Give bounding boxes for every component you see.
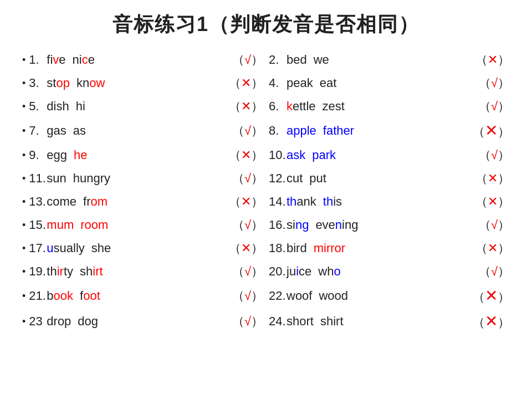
list-item: •19.thirtyshirt（√） — [22, 261, 263, 282]
bullet: • — [22, 290, 25, 302]
word1: thirty — [47, 264, 73, 279]
word1: gas — [47, 124, 66, 138]
list-item: 18.birdmirror（✕） — [269, 238, 510, 259]
list-item: 10.askpark（√） — [269, 145, 510, 166]
word2: room — [80, 218, 108, 232]
word1: egg — [47, 148, 67, 162]
list-item: •9.egghe（✕） — [22, 145, 263, 166]
item-number: 16. — [269, 218, 287, 232]
word1: juice — [287, 264, 311, 279]
word-pair: fivenice — [47, 53, 228, 67]
word2: eat — [320, 76, 337, 90]
list-item: •15.mumroom（√） — [22, 214, 263, 236]
item-number: 12. — [269, 171, 287, 186]
word-pair: gasas — [47, 124, 228, 138]
word1: peak — [287, 76, 313, 90]
bullet: • — [22, 125, 25, 137]
word2: mirror — [314, 241, 345, 255]
word2: park — [312, 148, 336, 162]
word-pair: egghe — [47, 148, 224, 162]
word2: hi — [76, 99, 85, 114]
answer-symbol: （√） — [232, 313, 263, 330]
word1: mum — [47, 218, 74, 232]
item-number: 8. — [269, 124, 287, 138]
answer-symbol: （√） — [232, 217, 263, 233]
word1: thank — [287, 195, 316, 209]
answer-symbol: （√） — [479, 98, 510, 115]
word1: apple — [287, 124, 316, 138]
word1: sun — [47, 171, 66, 186]
word1: five — [47, 53, 65, 67]
bullet: • — [22, 196, 25, 208]
item-number: 18. — [269, 241, 287, 255]
word1: cut — [287, 171, 303, 186]
word2: hungry — [73, 171, 110, 186]
answer-symbol: （✕） — [229, 147, 263, 163]
answer-symbol: （✕） — [475, 240, 510, 257]
word-pair: juicewho — [287, 264, 474, 279]
answer-symbol: （√） — [232, 288, 263, 304]
answer-symbol: （✕） — [229, 75, 263, 91]
list-item: 8.applefather（✕） — [269, 119, 510, 142]
word2: zest — [323, 99, 345, 114]
list-item: 20.juicewho（√） — [269, 261, 510, 282]
item-number: 2. — [269, 53, 287, 67]
bullet: • — [22, 54, 25, 66]
word1: stop — [47, 76, 70, 90]
item-number: 9. — [29, 148, 47, 162]
word-pair: singevening — [287, 218, 474, 232]
list-item: 14.thankthis（✕） — [269, 191, 510, 212]
word-pair: birdmirror — [287, 241, 471, 255]
item-number: 21. — [29, 289, 47, 303]
bullet: • — [22, 150, 25, 161]
bullet: • — [22, 78, 25, 89]
word-pair: dropdog — [47, 314, 228, 329]
word-pair: sunhungry — [47, 171, 228, 186]
list-item: •21.bookfoot（√） — [22, 284, 263, 308]
item-number: 20. — [269, 264, 287, 279]
list-item: •23dropdog（√） — [22, 310, 263, 333]
word2: shirt — [320, 314, 344, 329]
bullet: • — [22, 219, 25, 231]
item-number: 5. — [29, 99, 47, 114]
item-number: 22. — [269, 289, 287, 303]
item-number: 3. — [29, 76, 47, 90]
word2: shirt — [80, 264, 103, 279]
word1: short — [287, 314, 314, 329]
word2: dog — [78, 314, 98, 329]
item-number: 24. — [269, 314, 287, 329]
word1: kettle — [287, 99, 316, 114]
word-pair: shortshirt — [287, 314, 468, 329]
item-number: 19. — [29, 264, 47, 279]
word2: from — [83, 195, 108, 209]
item-number: 6. — [269, 99, 287, 114]
answer-symbol: （✕） — [473, 312, 510, 331]
word2: foot — [80, 289, 100, 303]
word1: usually — [47, 241, 85, 255]
word2: as — [73, 124, 86, 138]
answer-symbol: （√） — [479, 217, 510, 233]
list-item: 24.shortshirt（✕） — [269, 310, 510, 333]
bullet: • — [22, 266, 25, 278]
bullet: • — [22, 101, 25, 112]
word1: come — [47, 195, 76, 209]
word-pair: bookfoot — [47, 289, 228, 303]
item-number: 14. — [269, 195, 287, 209]
item-number: 10. — [269, 148, 287, 162]
bullet: • — [22, 316, 25, 328]
answer-symbol: （✕） — [475, 193, 510, 210]
list-item: •13.comefrom（✕） — [22, 191, 263, 212]
item-number: 7. — [29, 124, 47, 138]
answer-symbol: （√） — [232, 170, 263, 187]
word2: we — [314, 53, 329, 67]
word2: put — [309, 171, 326, 186]
word2: nice — [73, 53, 95, 67]
word-pair: comefrom — [47, 195, 224, 209]
exercise-grid: •1.fivenice（√）2.bedwe（✕）•3.stopknow（✕）4.… — [22, 49, 510, 333]
word-pair: bedwe — [287, 53, 471, 67]
word2: wood — [319, 289, 348, 303]
word-pair: stopknow — [47, 76, 224, 90]
list-item: •5.dishhi（✕） — [22, 96, 263, 117]
word1: ask — [287, 148, 305, 162]
answer-symbol: （✕） — [473, 287, 510, 305]
